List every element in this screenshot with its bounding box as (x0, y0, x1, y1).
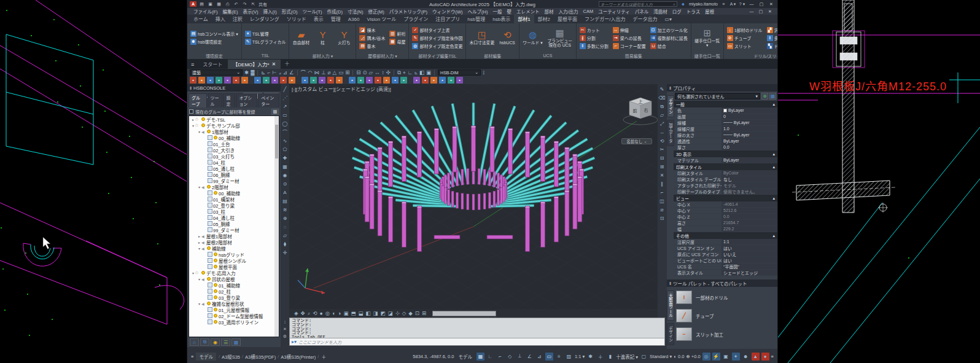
modify-toolbar-icon[interactable]: ⌫ (658, 95, 665, 101)
toggle-pickadd-icon[interactable]: ▦ (769, 93, 776, 100)
dim-toolbar-icon[interactable]: ⊟ (356, 69, 360, 76)
property-value[interactable]: いいえ (721, 251, 777, 257)
draw-toolbar-icon[interactable]: ⊙ (283, 181, 287, 187)
draw-toolbar-icon[interactable]: ⌒ (282, 130, 287, 135)
hsb-toolbar-icon[interactable]: ▪ (366, 77, 373, 84)
ribbon-tab-Vision ツール[interactable]: Vision ツール (363, 14, 400, 23)
panel-label[interactable]: 部材入力 ▾ (289, 52, 356, 59)
visibility-bulb-icon[interactable] (207, 277, 211, 281)
property-value[interactable]: 0.0 (721, 214, 777, 219)
dim-toolbar-icon[interactable]: ↔ (375, 69, 380, 76)
console-tab-オプション[interactable]: オプション (236, 93, 257, 107)
tool-palette-tab-大断面ツール[interactable]: 大断面ツール (667, 291, 674, 321)
modify-toolbar-icon[interactable]: ⌐ (661, 190, 664, 195)
property-row[interactable]: 印刷スタイルByColor (674, 170, 777, 176)
tree-item[interactable]: 屋根平面 (189, 263, 279, 270)
draw-toolbar-icon[interactable]: ✢ (283, 250, 287, 256)
property-value[interactable]: 使用できません。 (721, 189, 777, 194)
autoscale-icon[interactable]: ＋ (596, 353, 604, 361)
property-value[interactable]: 1:1 (721, 239, 777, 244)
tube-button[interactable]: ⊚チューブ (726, 34, 764, 42)
tree-item[interactable]: 01_土台 (189, 141, 279, 147)
tree-item[interactable]: 03_適用ポリライン (189, 319, 279, 325)
hsb-toolbar-icon[interactable]: ▪ (233, 77, 239, 84)
tool-palette-item[interactable]: I一部材のドリル (676, 289, 775, 306)
property-value[interactable]: "平面図" (721, 263, 777, 269)
property-value[interactable]: モデル (721, 182, 777, 188)
property-row[interactable]: 原点に UCS アイコンいいえ (674, 251, 777, 257)
hsb-settings-button[interactable]: ✱hsb環境設定 (189, 38, 223, 45)
visibility-bulb-icon[interactable] (214, 320, 217, 324)
dim-toolbar-icon[interactable]: ⊾ (261, 69, 265, 76)
visibility-bulb-icon[interactable] (201, 271, 205, 275)
expand-open-icon[interactable]: ▾ (197, 277, 201, 281)
dim-toolbar-icon[interactable]: ∟ (408, 69, 413, 76)
dim-toolbar-icon[interactable]: ⋈ (314, 69, 320, 76)
command-grip-icon[interactable]: ⁞ (284, 320, 286, 324)
tree-item[interactable]: 06_胴縁 (189, 171, 279, 178)
draw-toolbar-icon[interactable]: ✚ (283, 155, 287, 161)
redo-icon[interactable]: ↷ (241, 1, 248, 7)
hsb-toolbar-icon[interactable]: ▪ (216, 77, 222, 84)
free-member-button[interactable]: ▰自由部材 (291, 29, 311, 45)
dim-toolbar-icon[interactable]: ⊙ (362, 69, 367, 76)
hsb-toolbar-icon[interactable]: ▪ (241, 77, 248, 84)
world-ucs-button[interactable]: ◍ワールド ▾ (521, 29, 544, 45)
property-value[interactable]: 21654.7 (721, 220, 777, 225)
property-value[interactable]: ByLayer (721, 157, 777, 163)
hsb-toolbar-icon[interactable]: ▪ (349, 77, 356, 84)
console-tab-グループ[interactable]: グループ (189, 93, 207, 107)
draw-toolbar-icon[interactable]: ▦ (282, 164, 287, 170)
status-menu-icon[interactable]: ≡ (191, 354, 193, 359)
tree-item[interactable]: ▸◀屋根2階部材 (189, 239, 279, 245)
property-value[interactable]: はい (721, 257, 777, 263)
drill-pattern-button[interactable]: ▚ドリルパターンTSL (766, 42, 777, 50)
modify-toolbar-icon[interactable]: ✎ (660, 87, 664, 92)
tree-item[interactable]: ▾⌂デモ-サンプル邸 (189, 122, 279, 128)
hsb-toolbar-icon[interactable]: ▪ (336, 77, 343, 84)
dim-toolbar-icon[interactable]: ✣ (386, 69, 391, 76)
dim-toolbar-icon[interactable]: ⊢ (272, 69, 276, 76)
notation-dropdown[interactable]: 十進表記 ▾ (616, 353, 638, 360)
hsb-toolbar-icon[interactable]: ▪ (448, 77, 454, 84)
tree-item[interactable]: ▾◀2階部材 (189, 184, 279, 190)
ribbon-tab-データ出力[interactable]: データ出力 (629, 14, 661, 23)
cart-icon[interactable]: ¤ (720, 1, 727, 7)
modify-toolbar-icon[interactable]: ✂ (660, 147, 664, 152)
ortho-icon[interactable]: ⟂ (516, 353, 524, 361)
iso-ne-icon[interactable]: ▣ (343, 310, 348, 316)
doc-minimize-button[interactable]: — (748, 9, 755, 14)
visibility-bulb-icon[interactable] (214, 308, 217, 311)
property-row[interactable]: 線種─── ByLayer (674, 120, 777, 126)
property-row[interactable]: 高さ21654.7 (674, 220, 777, 226)
hsb-toolbar-icon[interactable]: ▪ (263, 77, 270, 84)
ribbon-tab-部材1[interactable]: 部材1 (514, 14, 534, 23)
menu-屋根[interactable]: 屋根 (702, 8, 717, 15)
join-button[interactable]: ⊔結合 (649, 42, 689, 50)
tab-start[interactable]: スタート (198, 60, 227, 69)
property-row[interactable]: 線種尺度1.0 (674, 126, 777, 132)
property-row[interactable]: UCS アイコン オンはい (674, 245, 777, 251)
dim-update-icon[interactable]: ⟟ (483, 69, 484, 76)
osnap-icon[interactable]: ≡ (555, 353, 563, 361)
property-row[interactable]: 中心 Z0.0 (674, 214, 777, 220)
workspace-settings-icon[interactable]: ▓ (251, 69, 254, 76)
user-icon[interactable]: ☻ (680, 1, 686, 7)
menu-寸法(N)[interactable]: 寸法(N) (345, 8, 365, 15)
model-viewport[interactable]: [-][カスタム ビュー][シェードとエッジ (高速)] 上 前 右 名前なし⌄ (289, 84, 658, 309)
tree-scrollbar[interactable] (274, 116, 279, 337)
tree-item[interactable]: 00_補助線 (189, 135, 279, 141)
modify-toolbar-icon[interactable]: ◫ (659, 198, 664, 204)
layout-tab-A3横S35(PDF)[interactable]: A3横S35(PDF) (245, 353, 276, 360)
dim-toolbar-icon[interactable]: ⊞ (345, 69, 349, 76)
corner-button[interactable]: ⌐コーナー配置 (612, 42, 647, 50)
tree-item[interactable]: 02_登り梁 (189, 202, 279, 208)
view-front-icon[interactable]: ◩ (381, 310, 386, 316)
expand-open-icon[interactable]: ▾ (191, 271, 195, 275)
dim-toolbar-icon[interactable]: △ (333, 69, 337, 76)
user-presence-icon[interactable]: ☻ (742, 353, 750, 361)
new-layout-button[interactable]: ＋ (321, 353, 326, 360)
ribbon-tab-hsb表示[interactable]: hsb表示 (489, 14, 514, 23)
tree-item[interactable]: 01_補助線 (189, 282, 279, 288)
property-row[interactable]: 画層0 (674, 114, 777, 120)
